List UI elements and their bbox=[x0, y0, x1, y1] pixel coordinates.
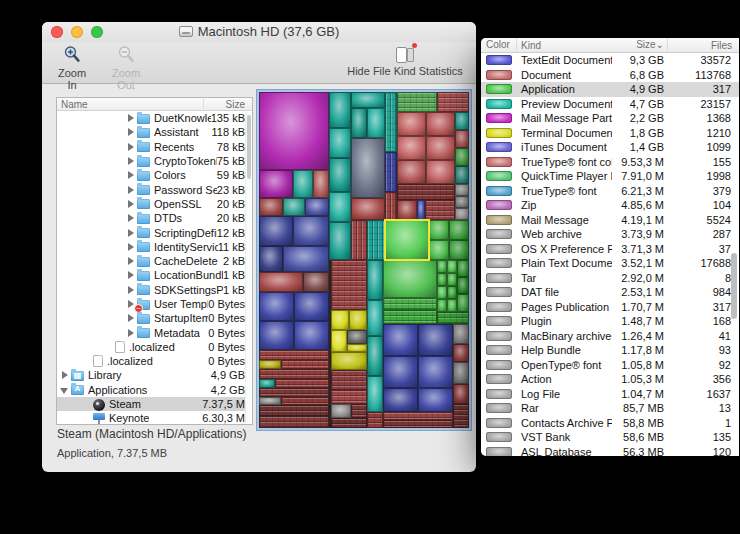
treemap-cell[interactable] bbox=[453, 384, 469, 404]
treemap-cell[interactable] bbox=[447, 273, 457, 286]
treemap-cell[interactable] bbox=[331, 260, 367, 310]
stats-row[interactable]: VST Bank58,6 MB135 bbox=[481, 430, 739, 445]
treemap-cell[interactable] bbox=[383, 420, 453, 428]
treemap-cell-selected[interactable] bbox=[385, 220, 429, 260]
stats-row[interactable]: Log File1.04,7 M1637 bbox=[481, 387, 739, 402]
zoom-in-button[interactable]: Zoom In bbox=[48, 44, 96, 92]
stats-scrollbar-thumb[interactable] bbox=[731, 253, 737, 319]
treemap-cell[interactable] bbox=[259, 416, 329, 428]
treemap-cell[interactable] bbox=[385, 152, 397, 192]
treemap-cell[interactable] bbox=[453, 404, 469, 428]
stats-column-kind[interactable]: Kind bbox=[517, 40, 612, 51]
tree-row[interactable]: Steam7.37,5 M bbox=[57, 397, 252, 411]
disclosure-triangle-icon[interactable] bbox=[125, 212, 137, 224]
stats-row[interactable]: Action1.05,3 M356 bbox=[481, 372, 739, 387]
treemap-cell[interactable] bbox=[259, 360, 281, 369]
treemap-cell[interactable] bbox=[331, 418, 367, 428]
zoom-out-button[interactable]: Zoom Out bbox=[98, 44, 154, 92]
treemap-cell[interactable] bbox=[259, 198, 283, 216]
stats-row[interactable]: Rar85,7 MB13 bbox=[481, 401, 739, 416]
treemap-cell[interactable] bbox=[449, 220, 469, 240]
stats-row[interactable]: Application4,9 GB317 bbox=[481, 82, 739, 97]
treemap-cell[interactable] bbox=[329, 128, 351, 158]
treemap-cell[interactable] bbox=[455, 130, 469, 148]
hide-file-kind-statistics-button[interactable]: Hide File Kind Statistics bbox=[340, 44, 470, 78]
disclosure-triangle-icon[interactable] bbox=[125, 269, 137, 281]
treemap-cell[interactable] bbox=[455, 208, 469, 220]
treemap-cell[interactable] bbox=[383, 298, 437, 310]
treemap-cell[interactable] bbox=[367, 336, 383, 376]
treemap-cell[interactable] bbox=[383, 412, 453, 420]
treemap-cell[interactable] bbox=[294, 321, 329, 350]
disclosure-triangle-icon[interactable] bbox=[125, 126, 137, 138]
treemap-cell[interactable] bbox=[397, 136, 426, 160]
tree-row[interactable]: IdentityServices11 kB bbox=[57, 240, 252, 254]
treemap-cell[interactable] bbox=[383, 388, 418, 412]
disclosure-triangle-icon[interactable] bbox=[125, 169, 137, 181]
treemap-cell[interactable] bbox=[259, 170, 293, 198]
treemap-cell[interactable] bbox=[455, 196, 469, 208]
stats-row[interactable]: QuickTime Player Doc7.91,0 M1998 bbox=[481, 169, 739, 184]
disclosure-triangle-icon[interactable] bbox=[59, 384, 71, 396]
treemap-cell[interactable] bbox=[429, 220, 449, 240]
treemap-cell[interactable] bbox=[418, 388, 453, 412]
disclosure-triangle-icon[interactable] bbox=[125, 184, 137, 196]
treemap-cell[interactable] bbox=[455, 184, 469, 196]
tree-row[interactable]: Password Server...23 kB bbox=[57, 182, 252, 196]
treemap-cell[interactable] bbox=[367, 108, 385, 138]
treemap-cell[interactable] bbox=[385, 92, 397, 152]
treemap-cell[interactable] bbox=[331, 370, 367, 390]
minimize-button[interactable] bbox=[71, 26, 83, 38]
treemap-cell[interactable] bbox=[367, 260, 383, 300]
treemap-cell[interactable] bbox=[259, 397, 281, 405]
disclosure-triangle-icon[interactable] bbox=[59, 369, 71, 381]
stats-row[interactable]: Preview Document4,7 GB23157 bbox=[481, 97, 739, 112]
treemap-cell[interactable] bbox=[331, 310, 349, 330]
tree-row[interactable]: CryptoTokenKit75 kB bbox=[57, 154, 252, 168]
treemap-cell[interactable] bbox=[259, 272, 303, 292]
treemap-cell[interactable] bbox=[275, 379, 329, 388]
stats-row[interactable]: Plugin1.48,7 M168 bbox=[481, 314, 739, 329]
disclosure-triangle-icon[interactable] bbox=[125, 327, 137, 339]
stats-row[interactable]: Help Bundle1.17,8 M93 bbox=[481, 343, 739, 358]
treemap-cell[interactable] bbox=[418, 356, 453, 388]
treemap-cell[interactable] bbox=[383, 324, 418, 356]
treemap-cell[interactable] bbox=[351, 220, 367, 260]
disclosure-triangle-icon[interactable] bbox=[125, 198, 137, 210]
stats-row[interactable]: Tar2.92,0 M8 bbox=[481, 271, 739, 286]
treemap-cell[interactable] bbox=[347, 344, 367, 352]
tree-row[interactable]: LocationBundles1 kB bbox=[57, 268, 252, 282]
stats-row[interactable]: iTunes Document1,4 GB1099 bbox=[481, 140, 739, 155]
stats-column-color[interactable]: Color bbox=[481, 38, 517, 52]
treemap-cell[interactable] bbox=[329, 158, 351, 192]
treemap-cell[interactable] bbox=[293, 170, 313, 198]
tree-scrollbar-thumb[interactable] bbox=[247, 115, 251, 179]
treemap-cell[interactable] bbox=[437, 273, 447, 286]
treemap-cell[interactable] bbox=[397, 92, 437, 112]
tree-row[interactable]: Recents78 kB bbox=[57, 140, 252, 154]
treemap-cell[interactable] bbox=[447, 299, 457, 312]
treemap-cell[interactable] bbox=[294, 292, 329, 321]
treemap-cell[interactable] bbox=[259, 369, 329, 379]
tree-row[interactable]: OpenSSL20 kB bbox=[57, 197, 252, 211]
treemap-cell[interactable] bbox=[351, 404, 367, 418]
tree-row[interactable]: Library4,9 GB bbox=[57, 368, 252, 382]
tree-row[interactable]: CacheDelete2 kB bbox=[57, 254, 252, 268]
treemap-cell[interactable] bbox=[283, 198, 305, 216]
treemap-cell[interactable] bbox=[383, 260, 437, 298]
treemap-cell[interactable] bbox=[397, 184, 455, 200]
tree-row[interactable]: Applications4,2 GB bbox=[57, 383, 252, 397]
treemap-cell[interactable] bbox=[259, 92, 329, 170]
treemap-cell[interactable] bbox=[455, 166, 469, 184]
treemap-cell[interactable] bbox=[367, 412, 383, 428]
treemap-cell[interactable] bbox=[259, 405, 329, 416]
disclosure-triangle-icon[interactable] bbox=[125, 255, 137, 267]
treemap-cell[interactable] bbox=[259, 321, 294, 350]
tree-scrollbar[interactable] bbox=[245, 112, 252, 424]
treemap-cell[interactable] bbox=[457, 277, 469, 294]
treemap-cell[interactable] bbox=[303, 272, 329, 292]
disclosure-triangle-icon[interactable] bbox=[125, 241, 137, 253]
treemap-cell[interactable] bbox=[329, 192, 351, 222]
stats-column-files[interactable]: Files bbox=[668, 40, 739, 51]
disclosure-triangle-icon[interactable] bbox=[125, 227, 137, 239]
